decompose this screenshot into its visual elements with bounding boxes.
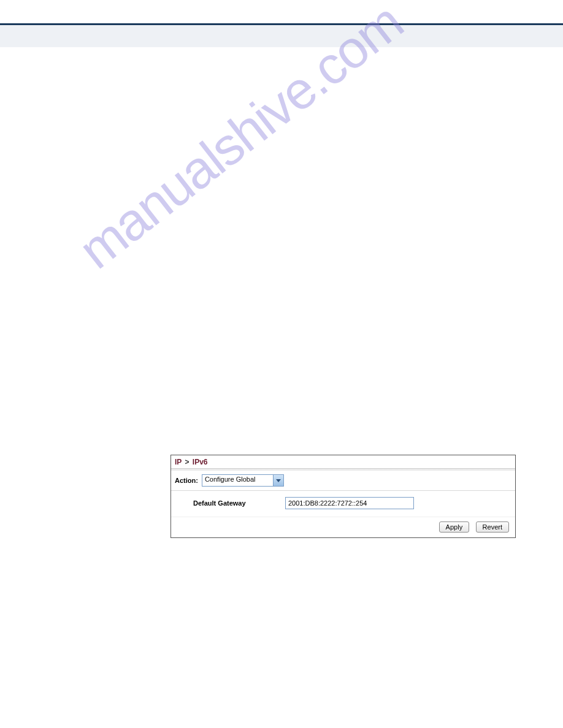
ipv6-config-panel: IP > IPv6 Action: Configure Global Defau… [170, 455, 516, 538]
breadcrumb-segment-ipv6: IPv6 [193, 458, 208, 466]
default-gateway-input[interactable] [285, 497, 414, 509]
breadcrumb: IP > IPv6 [171, 455, 515, 468]
title-divider [171, 468, 515, 471]
action-row: Action: Configure Global [171, 472, 515, 491]
breadcrumb-separator: > [185, 458, 189, 466]
chevron-down-icon [273, 475, 283, 486]
revert-button[interactable]: Revert [476, 521, 509, 533]
default-gateway-row: Default Gateway [171, 491, 515, 513]
apply-button[interactable]: Apply [439, 521, 470, 533]
action-label: Action: [175, 477, 198, 484]
button-row: Apply Revert [171, 517, 515, 537]
default-gateway-label: Default Gateway [193, 499, 285, 507]
action-select-value: Configure Global [202, 475, 273, 486]
action-select[interactable]: Configure Global [202, 474, 284, 487]
svg-marker-0 [276, 479, 281, 482]
breadcrumb-segment-ip: IP [175, 458, 182, 466]
header-band [0, 25, 563, 47]
